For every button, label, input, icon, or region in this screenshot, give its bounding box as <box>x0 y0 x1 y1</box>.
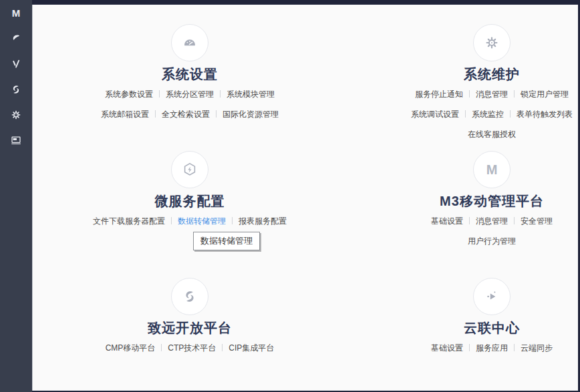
section-link[interactable]: 国际化资源管理 <box>223 110 279 119</box>
section-link[interactable]: 锁定用户管理 <box>521 89 569 99</box>
feature-icon-circle <box>171 24 208 61</box>
section-link[interactable]: 服务应用 <box>476 343 508 353</box>
main-content: 系统设置 系统参数设置系统分区管理系统模块管理系统邮箱设置全文检索设置国际化资源… <box>32 5 578 391</box>
link-separator <box>469 217 470 224</box>
section-link[interactable]: 全文检索设置 <box>162 110 210 119</box>
link-separator <box>216 110 216 118</box>
section-link[interactable]: 数据转储管理 <box>178 216 226 226</box>
section-link[interactable]: 系统调试设置 <box>411 110 459 119</box>
section-link[interactable]: 用户行为管理 <box>468 236 516 246</box>
feature-icon-circle <box>171 151 208 188</box>
section-links: 服务停止通知消息管理锁定用户管理系统调试设置系统监控表单待触发列表在线客服授权 <box>365 84 580 144</box>
feature-icon-circle <box>473 278 511 315</box>
link-separator <box>159 90 160 97</box>
m-logo-icon: M <box>12 7 21 19</box>
section-link[interactable]: 文件下载服务器配置 <box>93 216 165 226</box>
section-links: 基础设置消息管理安全管理用户行为管理 <box>365 211 580 251</box>
link-separator <box>155 110 156 118</box>
section-link[interactable]: 基础设置 <box>431 343 463 353</box>
link-separator <box>510 110 511 118</box>
section-title: 致远开放平台 <box>63 319 317 337</box>
link-tooltip: 数据转储管理 <box>193 232 260 250</box>
hexagon-bolt-icon <box>182 162 198 178</box>
gauge-icon <box>182 35 198 51</box>
section-link[interactable]: 基础设置 <box>431 216 463 226</box>
swoosh-icon <box>10 33 22 45</box>
section-title: 微服务配置 <box>63 192 317 210</box>
sidebar-item-4[interactable] <box>0 77 32 102</box>
link-separator <box>465 110 466 118</box>
feature-icon-circle <box>171 278 208 315</box>
section-links: 系统参数设置系统分区管理系统模块管理系统邮箱设置全文检索设置国际化资源管理 <box>63 84 317 124</box>
section-system-maintenance: 系统维护 服务停止通知消息管理锁定用户管理系统调试设置系统监控表单待触发列表在线… <box>365 24 580 144</box>
section-link[interactable]: 服务停止通知 <box>415 89 463 99</box>
section-link[interactable]: CMP移动平台 <box>106 343 156 353</box>
section-title: 系统维护 <box>365 65 580 83</box>
section-title: 云联中心 <box>365 319 580 337</box>
section-link[interactable]: 系统邮箱设置 <box>101 110 149 119</box>
link-separator <box>232 217 233 224</box>
section-link[interactable]: 表单待触发列表 <box>517 110 573 119</box>
links-row: 用户行为管理 <box>365 231 580 251</box>
sidebar-item-5[interactable] <box>0 102 32 128</box>
feature-icon-circle <box>473 24 511 61</box>
section-link[interactable]: 安全管理 <box>521 216 553 226</box>
seeyon-s-icon <box>182 288 198 305</box>
links-row: 系统邮箱设置全文检索设置国际化资源管理 <box>63 104 317 124</box>
section-link[interactable]: 消息管理 <box>476 216 508 226</box>
section-title: 系统设置 <box>63 65 317 83</box>
section-links: 文件下载服务器配置数据转储管理报表服务配置 <box>63 211 317 231</box>
links-row: 基础设置服务应用云端同步 <box>365 338 580 358</box>
section-title: M3移动管理平台 <box>365 192 580 210</box>
link-separator <box>514 90 515 97</box>
link-separator <box>161 344 162 351</box>
sidebar-item-6[interactable] <box>0 128 32 153</box>
m-logo-icon: M <box>486 163 498 177</box>
section-link[interactable]: 报表服务配置 <box>239 216 287 226</box>
links-row: 基础设置消息管理安全管理 <box>365 211 580 231</box>
section-cloud-link-center: 云联中心 基础设置服务应用云端同步 <box>365 278 580 358</box>
links-row: 系统调试设置系统监控表单待触发列表 <box>365 104 580 124</box>
links-row: 在线客服授权 <box>365 124 580 144</box>
links-row: 服务停止通知消息管理锁定用户管理 <box>365 84 580 104</box>
app-sidebar: M <box>0 0 32 392</box>
link-separator <box>514 344 515 351</box>
links-row: 文件下载服务器配置数据转储管理报表服务配置 <box>63 211 317 231</box>
section-link[interactable]: 云端同步 <box>521 343 553 353</box>
section-link[interactable]: 系统监控 <box>472 110 504 119</box>
section-link[interactable]: 系统参数设置 <box>105 89 153 99</box>
section-link[interactable]: CIP集成平台 <box>229 343 274 353</box>
gear-icon <box>10 109 22 121</box>
sidebar-item-1[interactable]: M <box>0 1 32 26</box>
section-link[interactable]: CTP技术平台 <box>168 343 216 353</box>
section-link[interactable]: 在线客服授权 <box>468 130 516 139</box>
links-row: 系统参数设置系统分区管理系统模块管理 <box>63 84 317 104</box>
section-microservice-config: 微服务配置 文件下载服务器配置数据转储管理报表服务配置 数据转储管理 <box>63 151 317 231</box>
sidebar-item-2[interactable] <box>0 26 32 51</box>
link-separator <box>514 217 515 224</box>
section-system-settings: 系统设置 系统参数设置系统分区管理系统模块管理系统邮箱设置全文检索设置国际化资源… <box>63 24 317 124</box>
v-mark-icon <box>10 58 22 70</box>
link-separator <box>171 217 172 224</box>
section-m3-mobile-platform: M M3移动管理平台 基础设置消息管理安全管理用户行为管理 <box>365 151 580 251</box>
links-row: CMP移动平台CTP技术平台CIP集成平台 <box>63 338 317 358</box>
section-links: 基础设置服务应用云端同步 <box>365 338 580 358</box>
link-separator <box>469 90 470 97</box>
gear-icon <box>484 35 500 51</box>
monitor-icon <box>10 134 22 146</box>
section-link[interactable]: 系统模块管理 <box>227 89 275 99</box>
section-link[interactable]: 系统分区管理 <box>166 89 214 99</box>
seeyon-s-icon <box>10 83 22 95</box>
link-separator <box>469 344 470 351</box>
feature-icon-circle: M <box>473 151 511 188</box>
section-seeyon-open-platform: 致远开放平台 CMP移动平台CTP技术平台CIP集成平台 <box>63 278 317 358</box>
play-dots-icon <box>484 288 500 305</box>
sidebar-item-3[interactable] <box>0 51 32 77</box>
link-separator <box>220 90 221 97</box>
link-separator <box>222 344 223 351</box>
section-links: CMP移动平台CTP技术平台CIP集成平台 <box>63 338 317 358</box>
section-link[interactable]: 消息管理 <box>476 89 508 99</box>
